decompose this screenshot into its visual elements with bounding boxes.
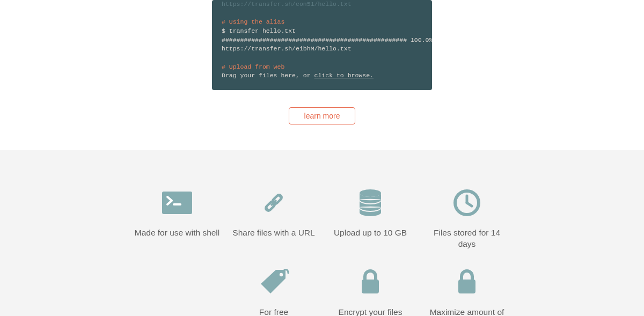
terminal-result-url: https://transfer.sh/eibhM/hello.txt <box>222 45 422 54</box>
feature-encrypt: Encrypt your files <box>322 267 419 316</box>
svg-point-7 <box>360 189 381 197</box>
database-icon <box>358 189 382 217</box>
feature-stored: Files stored for 14 days <box>419 188 515 250</box>
feature-url: Share files with a URL <box>225 188 322 250</box>
terminal-icon <box>162 192 192 214</box>
svg-point-13 <box>280 273 283 276</box>
feature-downloads: Maximize amount of downloads <box>419 267 515 316</box>
terminal-drop-hint: Drag your files here, or click to browse… <box>222 71 422 80</box>
svg-rect-15 <box>458 280 475 293</box>
terminal-cmd-alias: $ transfer hello.txt <box>222 27 422 36</box>
learn-more-button[interactable]: learn more <box>289 107 356 124</box>
features-section: Made for use with shell Share files with… <box>0 150 644 316</box>
feature-label: Made for use with shell <box>134 227 220 239</box>
terminal-progress: ########################################… <box>222 36 422 45</box>
lock-icon <box>456 269 478 296</box>
terminal-comment-web: # Upload from web <box>222 63 422 72</box>
feature-label: Maximize amount of downloads <box>424 307 510 316</box>
link-icon <box>259 188 288 217</box>
svg-rect-0 <box>162 192 192 214</box>
terminal-faded-line: https://transfer.sh/eon51/hello.txt <box>222 0 422 9</box>
feature-label: Files stored for 14 days <box>424 227 510 250</box>
svg-rect-14 <box>362 280 379 293</box>
tag-icon <box>259 269 289 296</box>
browse-link[interactable]: click to browse. <box>314 72 374 79</box>
svg-line-12 <box>467 203 472 206</box>
terminal-comment-alias: # Using the alias <box>222 18 422 27</box>
svg-point-9 <box>360 207 381 208</box>
feature-label: Share files with a URL <box>231 227 317 239</box>
svg-point-8 <box>360 199 381 200</box>
feature-label: For free <box>231 307 317 316</box>
lock-icon <box>360 269 381 296</box>
feature-free: For free <box>225 267 322 316</box>
clock-icon <box>453 189 480 216</box>
feature-shell: Made for use with shell <box>129 188 225 250</box>
feature-label: Upload up to 10 GB <box>327 227 413 239</box>
feature-label: Encrypt your files <box>327 307 413 316</box>
feature-upload: Upload up to 10 GB <box>322 188 419 250</box>
terminal-snippet: https://transfer.sh/eon51/hello.txt # Us… <box>212 0 432 90</box>
